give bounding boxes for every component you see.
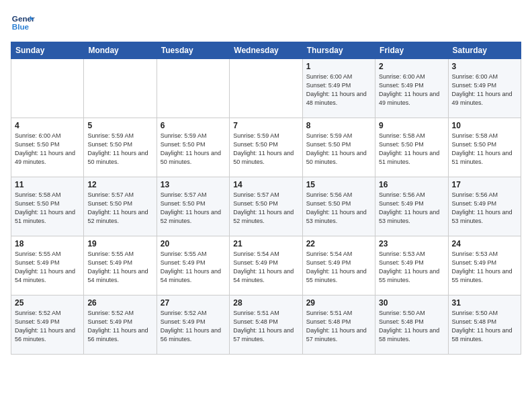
calendar-cell: 23Sunrise: 5:53 AM Sunset: 5:49 PM Dayli… — [375, 236, 448, 295]
calendar-cell: 10Sunrise: 5:58 AM Sunset: 5:50 PM Dayli… — [448, 118, 521, 177]
day-info: Sunrise: 5:58 AM Sunset: 5:50 PM Dayligh… — [452, 132, 517, 167]
day-info: Sunrise: 6:00 AM Sunset: 5:49 PM Dayligh… — [452, 73, 517, 107]
day-info: Sunrise: 5:54 AM Sunset: 5:49 PM Dayligh… — [306, 250, 371, 285]
day-number: 18 — [15, 239, 80, 248]
weekday-sunday: Sunday — [11, 42, 84, 59]
day-info: Sunrise: 5:55 AM Sunset: 5:49 PM Dayligh… — [15, 250, 80, 285]
calendar-cell: 29Sunrise: 5:51 AM Sunset: 5:48 PM Dayli… — [302, 295, 375, 355]
day-number: 26 — [87, 298, 152, 308]
calendar-cell: 3Sunrise: 6:00 AM Sunset: 5:49 PM Daylig… — [448, 59, 521, 118]
page-header: General Blue — [11, 11, 521, 35]
calendar-cell: 30Sunrise: 5:50 AM Sunset: 5:48 PM Dayli… — [375, 295, 448, 355]
calendar-cell — [230, 59, 302, 118]
calendar-cell: 8Sunrise: 5:59 AM Sunset: 5:50 PM Daylig… — [302, 118, 375, 177]
day-info: Sunrise: 5:56 AM Sunset: 5:50 PM Dayligh… — [306, 191, 371, 226]
weekday-header-row: SundayMondayTuesdayWednesdayThursdayFrid… — [11, 42, 521, 59]
calendar-cell: 11Sunrise: 5:58 AM Sunset: 5:50 PM Dayli… — [11, 177, 84, 236]
day-number: 9 — [379, 121, 444, 130]
day-number: 28 — [233, 298, 298, 308]
day-number: 15 — [306, 180, 371, 189]
calendar-cell: 5Sunrise: 5:59 AM Sunset: 5:50 PM Daylig… — [84, 118, 157, 177]
weekday-monday: Monday — [84, 42, 157, 59]
weekday-friday: Friday — [375, 42, 448, 59]
calendar-cell: 27Sunrise: 5:52 AM Sunset: 5:49 PM Dayli… — [157, 295, 229, 355]
day-number: 5 — [87, 121, 152, 130]
day-info: Sunrise: 6:00 AM Sunset: 5:49 PM Dayligh… — [306, 73, 371, 107]
weekday-thursday: Thursday — [302, 42, 375, 59]
day-info: Sunrise: 5:58 AM Sunset: 5:50 PM Dayligh… — [15, 191, 80, 226]
day-info: Sunrise: 5:50 AM Sunset: 5:48 PM Dayligh… — [452, 309, 517, 344]
day-number: 29 — [306, 298, 371, 308]
day-info: Sunrise: 5:57 AM Sunset: 5:50 PM Dayligh… — [233, 191, 298, 226]
calendar-cell: 19Sunrise: 5:55 AM Sunset: 5:49 PM Dayli… — [84, 236, 157, 295]
day-number: 10 — [452, 121, 517, 130]
week-row-5: 25Sunrise: 5:52 AM Sunset: 5:49 PM Dayli… — [11, 295, 521, 355]
day-info: Sunrise: 6:00 AM Sunset: 5:49 PM Dayligh… — [379, 73, 444, 107]
calendar-cell: 1Sunrise: 6:00 AM Sunset: 5:49 PM Daylig… — [302, 59, 375, 118]
day-info: Sunrise: 5:53 AM Sunset: 5:49 PM Dayligh… — [379, 250, 444, 285]
weekday-saturday: Saturday — [448, 42, 521, 59]
day-info: Sunrise: 5:55 AM Sunset: 5:49 PM Dayligh… — [87, 250, 152, 285]
logo-icon: General Blue — [11, 11, 35, 35]
day-info: Sunrise: 5:52 AM Sunset: 5:49 PM Dayligh… — [87, 309, 152, 344]
calendar-cell: 14Sunrise: 5:57 AM Sunset: 5:50 PM Dayli… — [230, 177, 302, 236]
day-info: Sunrise: 5:56 AM Sunset: 5:49 PM Dayligh… — [452, 191, 517, 226]
day-info: Sunrise: 5:51 AM Sunset: 5:48 PM Dayligh… — [306, 309, 371, 344]
calendar-cell: 18Sunrise: 5:55 AM Sunset: 5:49 PM Dayli… — [11, 236, 84, 295]
day-number: 19 — [87, 239, 152, 248]
calendar-cell: 24Sunrise: 5:53 AM Sunset: 5:49 PM Dayli… — [448, 236, 521, 295]
day-info: Sunrise: 5:52 AM Sunset: 5:49 PM Dayligh… — [161, 309, 226, 344]
weekday-tuesday: Tuesday — [157, 42, 229, 59]
day-number: 25 — [15, 298, 80, 308]
day-number: 13 — [161, 180, 226, 189]
calendar-cell: 21Sunrise: 5:54 AM Sunset: 5:49 PM Dayli… — [230, 236, 302, 295]
day-info: Sunrise: 5:59 AM Sunset: 5:50 PM Dayligh… — [87, 132, 152, 167]
weekday-wednesday: Wednesday — [230, 42, 302, 59]
day-number: 20 — [161, 239, 226, 248]
day-number: 24 — [452, 239, 517, 248]
day-info: Sunrise: 5:55 AM Sunset: 5:49 PM Dayligh… — [161, 250, 226, 285]
calendar-cell: 22Sunrise: 5:54 AM Sunset: 5:49 PM Dayli… — [302, 236, 375, 295]
day-info: Sunrise: 5:51 AM Sunset: 5:48 PM Dayligh… — [233, 309, 298, 344]
week-row-4: 18Sunrise: 5:55 AM Sunset: 5:49 PM Dayli… — [11, 236, 521, 295]
calendar-cell: 31Sunrise: 5:50 AM Sunset: 5:48 PM Dayli… — [448, 295, 521, 355]
day-info: Sunrise: 5:59 AM Sunset: 5:50 PM Dayligh… — [306, 132, 371, 167]
calendar-cell: 12Sunrise: 5:57 AM Sunset: 5:50 PM Dayli… — [84, 177, 157, 236]
day-number: 11 — [15, 180, 80, 189]
day-number: 7 — [233, 121, 298, 130]
calendar-cell: 20Sunrise: 5:55 AM Sunset: 5:49 PM Dayli… — [157, 236, 229, 295]
day-info: Sunrise: 5:57 AM Sunset: 5:50 PM Dayligh… — [87, 191, 152, 226]
day-number: 30 — [379, 298, 444, 308]
day-number: 6 — [161, 121, 226, 130]
week-row-2: 4Sunrise: 6:00 AM Sunset: 5:50 PM Daylig… — [11, 118, 521, 177]
day-info: Sunrise: 6:00 AM Sunset: 5:50 PM Dayligh… — [15, 132, 80, 167]
calendar-cell: 7Sunrise: 5:59 AM Sunset: 5:50 PM Daylig… — [230, 118, 302, 177]
day-number: 12 — [87, 180, 152, 189]
calendar-body: 1Sunrise: 6:00 AM Sunset: 5:49 PM Daylig… — [11, 59, 521, 355]
day-number: 16 — [379, 180, 444, 189]
day-info: Sunrise: 5:59 AM Sunset: 5:50 PM Dayligh… — [233, 132, 298, 167]
svg-text:Blue: Blue — [12, 22, 30, 31]
calendar-cell: 16Sunrise: 5:56 AM Sunset: 5:49 PM Dayli… — [375, 177, 448, 236]
day-number: 4 — [15, 121, 80, 130]
day-number: 23 — [379, 239, 444, 248]
calendar-cell: 13Sunrise: 5:57 AM Sunset: 5:50 PM Dayli… — [157, 177, 229, 236]
calendar-cell — [11, 59, 84, 118]
calendar-cell: 15Sunrise: 5:56 AM Sunset: 5:50 PM Dayli… — [302, 177, 375, 236]
day-number: 8 — [306, 121, 371, 130]
calendar-cell: 28Sunrise: 5:51 AM Sunset: 5:48 PM Dayli… — [230, 295, 302, 355]
calendar-cell: 17Sunrise: 5:56 AM Sunset: 5:49 PM Dayli… — [448, 177, 521, 236]
day-info: Sunrise: 5:59 AM Sunset: 5:50 PM Dayligh… — [161, 132, 226, 167]
day-info: Sunrise: 5:56 AM Sunset: 5:49 PM Dayligh… — [379, 191, 444, 226]
day-info: Sunrise: 5:53 AM Sunset: 5:49 PM Dayligh… — [452, 250, 517, 285]
calendar-cell — [157, 59, 229, 118]
day-number: 21 — [233, 239, 298, 248]
day-number: 27 — [161, 298, 226, 308]
day-number: 17 — [452, 180, 517, 189]
calendar-cell: 4Sunrise: 6:00 AM Sunset: 5:50 PM Daylig… — [11, 118, 84, 177]
day-info: Sunrise: 5:50 AM Sunset: 5:48 PM Dayligh… — [379, 309, 444, 344]
day-info: Sunrise: 5:52 AM Sunset: 5:49 PM Dayligh… — [15, 309, 80, 344]
day-info: Sunrise: 5:57 AM Sunset: 5:50 PM Dayligh… — [161, 191, 226, 226]
day-number: 31 — [452, 298, 517, 308]
calendar-cell: 25Sunrise: 5:52 AM Sunset: 5:49 PM Dayli… — [11, 295, 84, 355]
